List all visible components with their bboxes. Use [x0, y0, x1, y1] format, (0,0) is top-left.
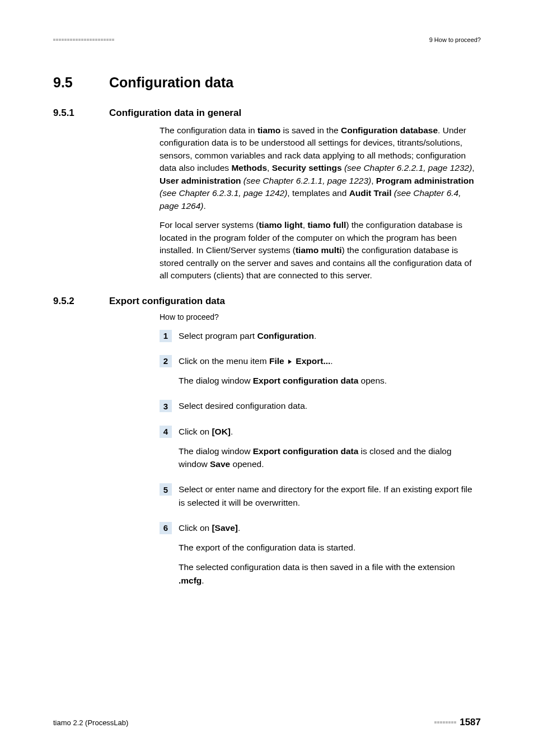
section-title: Configuration data: [109, 74, 233, 91]
paragraph: The configuration data in tiamo is saved…: [160, 124, 481, 212]
step-result: The selected configuration data is then …: [179, 561, 481, 587]
step-5: 5 Select or enter name and directory for…: [160, 483, 481, 509]
step-text: Select desired configuration data.: [179, 399, 481, 412]
footer-left: tiamo 2.2 (ProcessLab): [53, 718, 128, 727]
section-number: 9.5: [53, 74, 109, 91]
step-number: 3: [160, 400, 172, 412]
step-6: 6 Click on [Save]. The export of the con…: [160, 521, 481, 587]
step-number: 2: [160, 355, 172, 367]
decorative-dots-right: [434, 721, 456, 724]
step-number: 5: [160, 483, 172, 496]
step-4: 4 Click on [OK]. The dialog window Expor…: [160, 425, 481, 471]
step-1: 1 Select program part Configuration.: [160, 329, 481, 342]
step-2: 2 Click on the menu item File Export....…: [160, 354, 481, 388]
step-number: 1: [160, 330, 172, 342]
menu-separator-icon: [288, 360, 292, 364]
step-number: 4: [160, 426, 172, 438]
step-text: Click on the menu item File Export....: [179, 354, 481, 367]
step-text: Select or enter name and directory for t…: [179, 483, 481, 509]
subsection-title: Export configuration data: [109, 296, 225, 307]
subsection-body: The configuration data in tiamo is saved…: [160, 124, 481, 282]
page-header: 9 How to proceed?: [53, 36, 481, 43]
steps-list: 1 Select program part Configuration. 2 C…: [160, 329, 481, 587]
paragraph: For local server systems (tiamo light, t…: [160, 219, 481, 282]
step-text: Click on [Save].: [179, 521, 481, 534]
decorative-dots-left: [53, 39, 114, 41]
step-text: Click on [OK].: [179, 425, 481, 438]
subsection-title: Configuration data in general: [109, 108, 241, 119]
step-result: The dialog window Export configuration d…: [179, 374, 481, 387]
subsection-heading-9-5-2: 9.5.2 Export configuration data: [53, 296, 481, 307]
running-head: 9 How to proceed?: [429, 36, 481, 43]
page-footer: tiamo 2.2 (ProcessLab) 1587: [53, 717, 481, 728]
step-text: Select program part Configuration.: [179, 329, 481, 342]
step-result: The dialog window Export configuration d…: [179, 445, 481, 471]
step-result: The export of the configuration data is …: [179, 541, 481, 554]
subsection-number: 9.5.1: [53, 108, 109, 119]
step-lead: How to proceed?: [160, 312, 481, 321]
subsection-number: 9.5.2: [53, 296, 109, 307]
subsection-heading-9-5-1: 9.5.1 Configuration data in general: [53, 108, 481, 119]
step-number: 6: [160, 522, 172, 534]
step-3: 3 Select desired configuration data.: [160, 399, 481, 412]
page-number: 1587: [460, 717, 481, 728]
section-heading-9-5: 9.5 Configuration data: [53, 74, 481, 91]
